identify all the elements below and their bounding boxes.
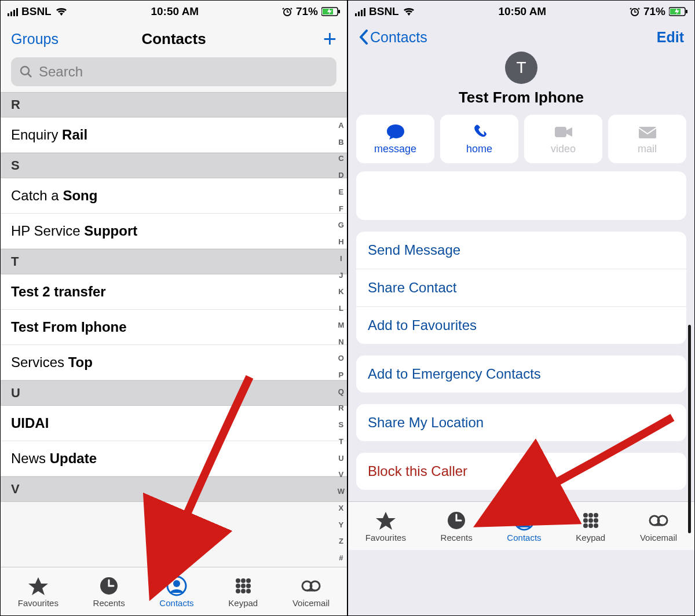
tab-voicemail[interactable]: Voicemail <box>640 510 677 542</box>
index-H[interactable]: H <box>338 237 345 247</box>
index-U[interactable]: U <box>338 454 345 464</box>
index-E[interactable]: E <box>338 188 345 197</box>
action-home[interactable]: home <box>440 115 518 163</box>
add-to-favourites-button[interactable]: Add to Favourites <box>356 307 686 344</box>
tab-keypad[interactable]: Keypad <box>576 510 605 542</box>
index-B[interactable]: B <box>338 138 345 148</box>
contacts-list[interactable]: REnquiry RailSCatch a SongHP Service Sup… <box>1 92 347 567</box>
tab-label: Voicemail <box>640 533 677 542</box>
index-R[interactable]: R <box>338 404 345 413</box>
index-A[interactable]: A <box>338 121 345 131</box>
index-O[interactable]: O <box>338 354 345 364</box>
index-W[interactable]: W <box>338 487 345 497</box>
index-Q[interactable]: Q <box>338 387 345 397</box>
send-message-button[interactable]: Send Message <box>356 232 686 269</box>
index-K[interactable]: K <box>338 287 345 297</box>
action-label: home <box>466 143 492 155</box>
index-#[interactable]: # <box>338 553 345 563</box>
svg-point-11 <box>236 584 240 588</box>
action-label: mail <box>638 143 657 155</box>
tab-favourites[interactable]: Favourites <box>365 510 406 542</box>
contact-name: Test From Iphone <box>459 89 584 107</box>
contact-row[interactable]: Test 2 transfer <box>1 274 347 310</box>
info-card-blank <box>356 171 686 220</box>
contact-row[interactable]: Test From Iphone <box>1 310 347 345</box>
tab-label: Contacts <box>159 598 193 608</box>
index-S[interactable]: S <box>338 420 345 430</box>
section-header-T: T <box>1 249 347 274</box>
index-C[interactable]: C <box>338 154 345 164</box>
contact-row[interactable]: HP Service Support <box>1 214 347 249</box>
index-F[interactable]: F <box>338 204 345 214</box>
status-time: 10:50 AM <box>151 5 199 18</box>
contact-row[interactable]: Enquiry Rail <box>1 118 347 153</box>
index-G[interactable]: G <box>338 221 345 230</box>
block-this-caller-button[interactable]: Block this Caller <box>356 453 686 490</box>
card-group: Share My Location <box>356 404 686 441</box>
svg-point-29 <box>588 513 593 518</box>
tab-keypad[interactable]: Keypad <box>228 575 258 608</box>
index-J[interactable]: J <box>338 271 345 281</box>
share-my-location-button[interactable]: Share My Location <box>356 404 686 441</box>
tab-recents[interactable]: Recents <box>93 575 125 608</box>
svg-point-34 <box>583 523 588 528</box>
index-Y[interactable]: Y <box>338 520 345 530</box>
carrier-label: BSNL <box>369 5 399 18</box>
index-L[interactable]: L <box>338 304 345 314</box>
battery-icon <box>669 7 687 16</box>
index-V[interactable]: V <box>338 470 345 480</box>
tab-voicemail[interactable]: Voicemail <box>292 575 330 608</box>
avatar: T <box>505 52 537 84</box>
signal-icon <box>8 7 18 16</box>
action-label: message <box>374 143 416 155</box>
action-row: messagehomevideomail <box>348 115 694 171</box>
tab-contacts[interactable]: Contacts <box>507 510 541 542</box>
search-placeholder: Search <box>39 64 83 80</box>
add-contact-button[interactable]: + <box>323 27 336 50</box>
index-N[interactable]: N <box>338 338 345 347</box>
tab-recents[interactable]: Recents <box>441 510 473 542</box>
index-X[interactable]: X <box>338 504 345 514</box>
card-group: Send MessageShare ContactAdd to Favourit… <box>356 232 686 344</box>
action-label: video <box>551 143 576 155</box>
svg-point-10 <box>246 578 251 583</box>
index-M[interactable]: M <box>338 321 345 331</box>
alarm-icon <box>630 6 640 17</box>
carrier-label: BSNL <box>21 5 52 18</box>
signal-icon <box>355 7 365 16</box>
back-label: Contacts <box>370 29 427 46</box>
status-bar: BSNL 10:50 AM 71% <box>1 1 347 23</box>
index-P[interactable]: P <box>338 371 345 380</box>
contact-detail-screen: BSNL 10:50 AM 71% Contacts Edit T <box>348 0 695 616</box>
alpha-index[interactable]: ABCDEFGHIJKLMNOPQRSTUVWXYZ# <box>338 121 345 563</box>
contacts-list-screen: BSNL 10:50 AM 71% Groups Contacts + Sear… <box>0 0 348 616</box>
index-D[interactable]: D <box>338 171 345 181</box>
section-header-U: U <box>1 380 347 406</box>
index-T[interactable]: T <box>338 437 345 447</box>
search-icon <box>19 65 33 79</box>
card-group: Add to Emergency Contacts <box>356 355 686 393</box>
search-input[interactable]: Search <box>11 57 336 86</box>
tab-label: Recents <box>93 598 125 608</box>
edit-button[interactable]: Edit <box>657 29 684 46</box>
contact-header: T Test From Iphone <box>348 52 694 115</box>
index-I[interactable]: I <box>338 254 345 264</box>
contact-row[interactable]: Services Top <box>1 345 347 380</box>
action-video: video <box>524 115 602 163</box>
contact-row[interactable]: UIDAI <box>1 406 347 441</box>
groups-button[interactable]: Groups <box>11 31 58 47</box>
share-contact-button[interactable]: Share Contact <box>356 269 686 307</box>
contact-row[interactable]: Catch a Song <box>1 178 347 214</box>
svg-point-35 <box>588 523 593 528</box>
battery-icon <box>321 7 340 16</box>
scroll-indicator[interactable] <box>688 325 691 533</box>
tab-bar-left: FavouritesRecentsContactsKeypadVoicemail <box>1 567 347 615</box>
svg-point-9 <box>241 578 246 583</box>
contact-row[interactable]: News Update <box>1 441 347 476</box>
back-button[interactable]: Contacts <box>359 29 427 46</box>
action-message[interactable]: message <box>356 115 434 163</box>
tab-contacts[interactable]: Contacts <box>159 575 193 608</box>
index-Z[interactable]: Z <box>338 537 345 547</box>
add-to-emergency-contacts-button[interactable]: Add to Emergency Contacts <box>356 355 686 393</box>
tab-favourites[interactable]: Favourites <box>18 575 58 608</box>
